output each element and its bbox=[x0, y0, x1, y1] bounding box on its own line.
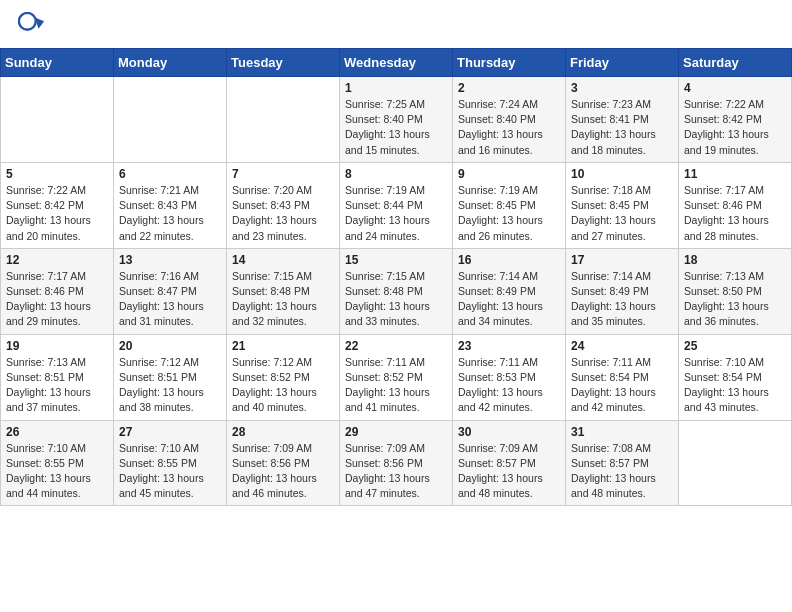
logo bbox=[18, 12, 50, 40]
calendar-cell: 17Sunrise: 7:14 AMSunset: 8:49 PMDayligh… bbox=[566, 248, 679, 334]
day-info: Sunrise: 7:11 AMSunset: 8:53 PMDaylight:… bbox=[458, 355, 560, 416]
day-number: 30 bbox=[458, 425, 560, 439]
day-number: 22 bbox=[345, 339, 447, 353]
day-info: Sunrise: 7:20 AMSunset: 8:43 PMDaylight:… bbox=[232, 183, 334, 244]
day-number: 20 bbox=[119, 339, 221, 353]
weekday-header-sunday: Sunday bbox=[1, 49, 114, 77]
day-info: Sunrise: 7:08 AMSunset: 8:57 PMDaylight:… bbox=[571, 441, 673, 502]
day-number: 29 bbox=[345, 425, 447, 439]
calendar-cell: 19Sunrise: 7:13 AMSunset: 8:51 PMDayligh… bbox=[1, 334, 114, 420]
calendar-cell: 26Sunrise: 7:10 AMSunset: 8:55 PMDayligh… bbox=[1, 420, 114, 506]
day-info: Sunrise: 7:10 AMSunset: 8:55 PMDaylight:… bbox=[6, 441, 108, 502]
calendar-header-row: SundayMondayTuesdayWednesdayThursdayFrid… bbox=[1, 49, 792, 77]
calendar-cell: 28Sunrise: 7:09 AMSunset: 8:56 PMDayligh… bbox=[227, 420, 340, 506]
day-info: Sunrise: 7:19 AMSunset: 8:44 PMDaylight:… bbox=[345, 183, 447, 244]
calendar-cell: 14Sunrise: 7:15 AMSunset: 8:48 PMDayligh… bbox=[227, 248, 340, 334]
day-info: Sunrise: 7:12 AMSunset: 8:52 PMDaylight:… bbox=[232, 355, 334, 416]
weekday-header-friday: Friday bbox=[566, 49, 679, 77]
calendar-cell: 23Sunrise: 7:11 AMSunset: 8:53 PMDayligh… bbox=[453, 334, 566, 420]
calendar-cell bbox=[679, 420, 792, 506]
day-info: Sunrise: 7:23 AMSunset: 8:41 PMDaylight:… bbox=[571, 97, 673, 158]
day-info: Sunrise: 7:17 AMSunset: 8:46 PMDaylight:… bbox=[6, 269, 108, 330]
day-number: 11 bbox=[684, 167, 786, 181]
calendar-table: SundayMondayTuesdayWednesdayThursdayFrid… bbox=[0, 48, 792, 506]
day-info: Sunrise: 7:10 AMSunset: 8:55 PMDaylight:… bbox=[119, 441, 221, 502]
day-info: Sunrise: 7:09 AMSunset: 8:56 PMDaylight:… bbox=[345, 441, 447, 502]
day-info: Sunrise: 7:25 AMSunset: 8:40 PMDaylight:… bbox=[345, 97, 447, 158]
day-info: Sunrise: 7:15 AMSunset: 8:48 PMDaylight:… bbox=[345, 269, 447, 330]
day-number: 24 bbox=[571, 339, 673, 353]
day-info: Sunrise: 7:18 AMSunset: 8:45 PMDaylight:… bbox=[571, 183, 673, 244]
calendar-cell: 3Sunrise: 7:23 AMSunset: 8:41 PMDaylight… bbox=[566, 77, 679, 163]
day-number: 9 bbox=[458, 167, 560, 181]
day-info: Sunrise: 7:13 AMSunset: 8:51 PMDaylight:… bbox=[6, 355, 108, 416]
day-info: Sunrise: 7:15 AMSunset: 8:48 PMDaylight:… bbox=[232, 269, 334, 330]
day-info: Sunrise: 7:13 AMSunset: 8:50 PMDaylight:… bbox=[684, 269, 786, 330]
day-info: Sunrise: 7:14 AMSunset: 8:49 PMDaylight:… bbox=[458, 269, 560, 330]
calendar-cell: 20Sunrise: 7:12 AMSunset: 8:51 PMDayligh… bbox=[114, 334, 227, 420]
day-info: Sunrise: 7:11 AMSunset: 8:52 PMDaylight:… bbox=[345, 355, 447, 416]
day-info: Sunrise: 7:17 AMSunset: 8:46 PMDaylight:… bbox=[684, 183, 786, 244]
calendar-week-2: 5Sunrise: 7:22 AMSunset: 8:42 PMDaylight… bbox=[1, 162, 792, 248]
day-number: 18 bbox=[684, 253, 786, 267]
day-info: Sunrise: 7:11 AMSunset: 8:54 PMDaylight:… bbox=[571, 355, 673, 416]
day-number: 6 bbox=[119, 167, 221, 181]
calendar-cell: 25Sunrise: 7:10 AMSunset: 8:54 PMDayligh… bbox=[679, 334, 792, 420]
calendar-cell: 31Sunrise: 7:08 AMSunset: 8:57 PMDayligh… bbox=[566, 420, 679, 506]
day-number: 3 bbox=[571, 81, 673, 95]
day-number: 12 bbox=[6, 253, 108, 267]
weekday-header-tuesday: Tuesday bbox=[227, 49, 340, 77]
day-info: Sunrise: 7:21 AMSunset: 8:43 PMDaylight:… bbox=[119, 183, 221, 244]
day-number: 21 bbox=[232, 339, 334, 353]
calendar-cell: 12Sunrise: 7:17 AMSunset: 8:46 PMDayligh… bbox=[1, 248, 114, 334]
day-info: Sunrise: 7:14 AMSunset: 8:49 PMDaylight:… bbox=[571, 269, 673, 330]
day-number: 2 bbox=[458, 81, 560, 95]
day-number: 5 bbox=[6, 167, 108, 181]
calendar-cell bbox=[1, 77, 114, 163]
calendar-week-4: 19Sunrise: 7:13 AMSunset: 8:51 PMDayligh… bbox=[1, 334, 792, 420]
day-info: Sunrise: 7:24 AMSunset: 8:40 PMDaylight:… bbox=[458, 97, 560, 158]
day-info: Sunrise: 7:22 AMSunset: 8:42 PMDaylight:… bbox=[6, 183, 108, 244]
day-number: 23 bbox=[458, 339, 560, 353]
day-info: Sunrise: 7:12 AMSunset: 8:51 PMDaylight:… bbox=[119, 355, 221, 416]
calendar-cell: 1Sunrise: 7:25 AMSunset: 8:40 PMDaylight… bbox=[340, 77, 453, 163]
day-info: Sunrise: 7:16 AMSunset: 8:47 PMDaylight:… bbox=[119, 269, 221, 330]
calendar-cell: 10Sunrise: 7:18 AMSunset: 8:45 PMDayligh… bbox=[566, 162, 679, 248]
calendar-cell: 13Sunrise: 7:16 AMSunset: 8:47 PMDayligh… bbox=[114, 248, 227, 334]
calendar-cell: 15Sunrise: 7:15 AMSunset: 8:48 PMDayligh… bbox=[340, 248, 453, 334]
calendar-cell: 16Sunrise: 7:14 AMSunset: 8:49 PMDayligh… bbox=[453, 248, 566, 334]
calendar-week-5: 26Sunrise: 7:10 AMSunset: 8:55 PMDayligh… bbox=[1, 420, 792, 506]
calendar-cell: 2Sunrise: 7:24 AMSunset: 8:40 PMDaylight… bbox=[453, 77, 566, 163]
weekday-header-wednesday: Wednesday bbox=[340, 49, 453, 77]
calendar-cell: 4Sunrise: 7:22 AMSunset: 8:42 PMDaylight… bbox=[679, 77, 792, 163]
calendar-week-1: 1Sunrise: 7:25 AMSunset: 8:40 PMDaylight… bbox=[1, 77, 792, 163]
day-number: 8 bbox=[345, 167, 447, 181]
day-number: 10 bbox=[571, 167, 673, 181]
calendar-cell: 6Sunrise: 7:21 AMSunset: 8:43 PMDaylight… bbox=[114, 162, 227, 248]
day-number: 13 bbox=[119, 253, 221, 267]
day-number: 16 bbox=[458, 253, 560, 267]
calendar-cell: 11Sunrise: 7:17 AMSunset: 8:46 PMDayligh… bbox=[679, 162, 792, 248]
logo-icon bbox=[18, 12, 46, 40]
calendar-cell: 9Sunrise: 7:19 AMSunset: 8:45 PMDaylight… bbox=[453, 162, 566, 248]
day-number: 31 bbox=[571, 425, 673, 439]
svg-point-0 bbox=[19, 13, 36, 30]
calendar-cell: 5Sunrise: 7:22 AMSunset: 8:42 PMDaylight… bbox=[1, 162, 114, 248]
weekday-header-monday: Monday bbox=[114, 49, 227, 77]
day-info: Sunrise: 7:10 AMSunset: 8:54 PMDaylight:… bbox=[684, 355, 786, 416]
day-number: 26 bbox=[6, 425, 108, 439]
weekday-header-thursday: Thursday bbox=[453, 49, 566, 77]
day-number: 4 bbox=[684, 81, 786, 95]
calendar-cell: 22Sunrise: 7:11 AMSunset: 8:52 PMDayligh… bbox=[340, 334, 453, 420]
weekday-header-saturday: Saturday bbox=[679, 49, 792, 77]
day-info: Sunrise: 7:19 AMSunset: 8:45 PMDaylight:… bbox=[458, 183, 560, 244]
calendar-cell: 7Sunrise: 7:20 AMSunset: 8:43 PMDaylight… bbox=[227, 162, 340, 248]
calendar-cell: 30Sunrise: 7:09 AMSunset: 8:57 PMDayligh… bbox=[453, 420, 566, 506]
calendar-week-3: 12Sunrise: 7:17 AMSunset: 8:46 PMDayligh… bbox=[1, 248, 792, 334]
calendar-cell: 21Sunrise: 7:12 AMSunset: 8:52 PMDayligh… bbox=[227, 334, 340, 420]
calendar-cell: 29Sunrise: 7:09 AMSunset: 8:56 PMDayligh… bbox=[340, 420, 453, 506]
calendar-cell: 27Sunrise: 7:10 AMSunset: 8:55 PMDayligh… bbox=[114, 420, 227, 506]
day-number: 14 bbox=[232, 253, 334, 267]
day-number: 17 bbox=[571, 253, 673, 267]
day-number: 25 bbox=[684, 339, 786, 353]
